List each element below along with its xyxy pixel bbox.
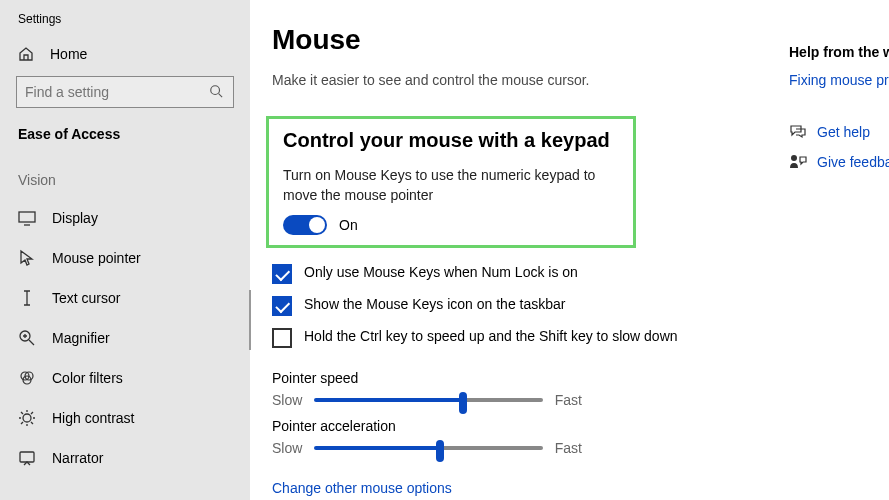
window-title: Settings	[0, 8, 250, 38]
home-label: Home	[50, 46, 87, 62]
checkbox-numlock-label: Only use Mouse Keys when Num Lock is on	[304, 264, 578, 280]
svg-rect-7	[20, 452, 34, 462]
sidebar-item-high-contrast[interactable]: High contrast	[0, 398, 250, 438]
chat-icon	[789, 124, 807, 140]
svg-point-6	[23, 414, 31, 422]
section-heading-keypad: Control your mouse with a keypad	[283, 129, 619, 152]
sidebar-item-display[interactable]: Display	[0, 198, 250, 238]
give-feedback-label: Give feedback	[817, 154, 889, 170]
search-input[interactable]	[25, 84, 209, 100]
sidebar-item-magnifier[interactable]: Magnifier	[0, 318, 250, 358]
sidebar: Settings Home Ease of Access Vision Disp…	[0, 0, 250, 500]
high-contrast-icon	[18, 409, 36, 427]
give-feedback-link[interactable]: Give feedback	[789, 154, 889, 170]
sidebar-item-label: Narrator	[52, 450, 103, 466]
highlight-box: Control your mouse with a keypad Turn on…	[266, 116, 636, 248]
mouse-pointer-icon	[18, 249, 36, 267]
search-box[interactable]	[16, 76, 234, 108]
svg-point-0	[211, 86, 220, 95]
sidebar-item-mouse-pointer[interactable]: Mouse pointer	[0, 238, 250, 278]
mouse-keys-toggle[interactable]	[283, 215, 327, 235]
slider-label-accel: Pointer acceleration	[272, 418, 582, 434]
sidebar-item-label: High contrast	[52, 410, 134, 426]
slider-pointer-speed[interactable]	[314, 398, 542, 402]
link-change-other-mouse-options[interactable]: Change other mouse options	[272, 480, 889, 496]
sidebar-item-label: Text cursor	[52, 290, 120, 306]
slider-max-label: Fast	[555, 392, 582, 408]
toggle-knob	[309, 217, 325, 233]
slider-min-label: Slow	[272, 440, 302, 456]
svg-rect-1	[19, 212, 35, 222]
home-icon	[18, 46, 34, 62]
checkbox-taskbar-label: Show the Mouse Keys icon on the taskbar	[304, 296, 565, 312]
scrollbar-indicator[interactable]	[249, 290, 251, 350]
checkbox-taskbar-icon[interactable]	[272, 296, 292, 316]
sidebar-item-label: Display	[52, 210, 98, 226]
help-heading: Help from the web	[789, 44, 889, 60]
category-heading: Ease of Access	[0, 122, 250, 162]
slider-label-speed: Pointer speed	[272, 370, 582, 386]
sidebar-item-label: Magnifier	[52, 330, 110, 346]
magnifier-icon	[18, 329, 36, 347]
sidebar-item-narrator[interactable]: Narrator	[0, 438, 250, 478]
group-label-vision: Vision	[0, 162, 250, 198]
checkbox-numlock[interactable]	[272, 264, 292, 284]
main-content: Mouse Make it easier to see and control …	[250, 0, 889, 500]
sidebar-item-text-cursor[interactable]: Text cursor	[0, 278, 250, 318]
get-help-link[interactable]: Get help	[789, 124, 889, 140]
slider-max-label: Fast	[555, 440, 582, 456]
checkbox-ctrl-label: Hold the Ctrl key to speed up and the Sh…	[304, 328, 678, 344]
text-cursor-icon	[18, 289, 36, 307]
checkbox-ctrl-shift[interactable]	[272, 328, 292, 348]
narrator-icon	[18, 449, 36, 467]
home-button[interactable]: Home	[0, 38, 250, 76]
sidebar-item-label: Mouse pointer	[52, 250, 141, 266]
slider-min-label: Slow	[272, 392, 302, 408]
toggle-label: On	[339, 217, 358, 233]
feedback-icon	[789, 154, 807, 170]
svg-point-8	[791, 155, 797, 161]
slider-thumb[interactable]	[436, 440, 444, 462]
mouse-keys-description: Turn on Mouse Keys to use the numeric ke…	[283, 166, 619, 205]
color-filters-icon	[18, 369, 36, 387]
get-help-label: Get help	[817, 124, 870, 140]
sidebar-item-color-filters[interactable]: Color filters	[0, 358, 250, 398]
sidebar-item-label: Color filters	[52, 370, 123, 386]
display-icon	[18, 209, 36, 227]
help-panel: Help from the web Fixing mouse proble Ge…	[789, 44, 889, 184]
help-link-fixing-mouse[interactable]: Fixing mouse proble	[789, 72, 889, 88]
slider-thumb[interactable]	[459, 392, 467, 414]
slider-pointer-acceleration[interactable]	[314, 446, 542, 450]
search-icon	[209, 84, 225, 100]
